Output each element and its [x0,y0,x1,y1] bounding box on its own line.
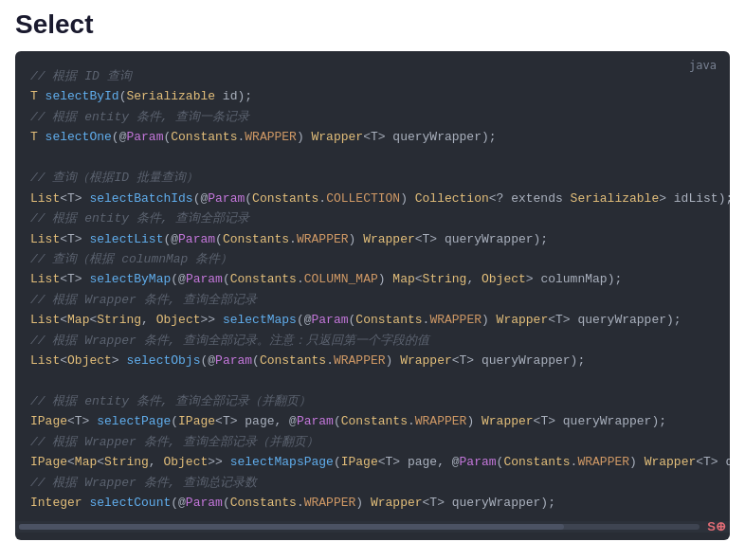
scrollbar-track [19,524,700,530]
code-block: java // 根据 ID 查询 T selectById(Serializab… [15,51,730,540]
code-content: // 根据 ID 查询 T selectById(Serializable id… [30,66,715,514]
lang-badge: java [689,59,717,72]
code-scroll-area[interactable]: // 根据 ID 查询 T selectById(Serializable id… [15,66,730,514]
bottom-icon: S⊕ [707,519,726,533]
scrollbar-thumb[interactable] [19,524,564,530]
horizontal-scrollbar[interactable]: S⊕ [15,521,730,533]
page-title: Select [15,9,730,40]
